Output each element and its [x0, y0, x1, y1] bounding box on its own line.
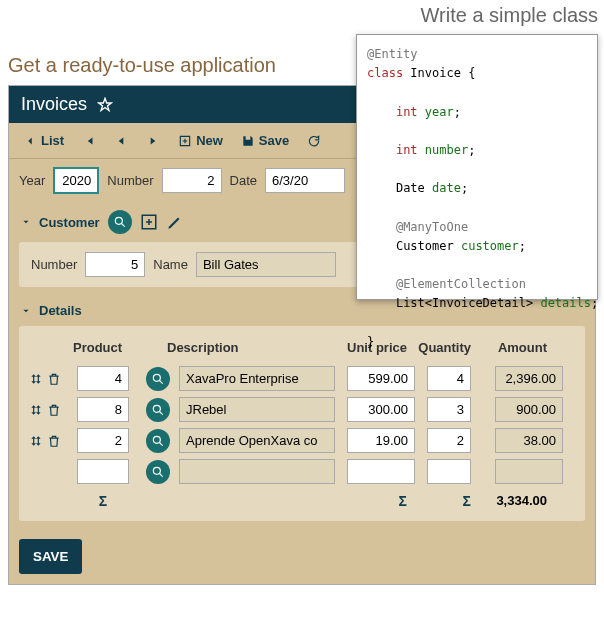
- code-field: details: [540, 296, 591, 310]
- chevron-down-icon: [21, 306, 31, 316]
- product-input[interactable]: [77, 397, 129, 422]
- table-row: [25, 425, 579, 456]
- chevron-left-icon: [23, 134, 37, 148]
- new-label: New: [196, 133, 223, 148]
- qty-input[interactable]: [427, 428, 471, 453]
- code-annotation: @ElementCollection: [396, 277, 526, 291]
- add-box-icon[interactable]: [140, 213, 158, 231]
- new-button[interactable]: New: [172, 129, 229, 152]
- unit-input[interactable]: [347, 428, 415, 453]
- year-label: Year: [19, 173, 45, 188]
- year-input[interactable]: [53, 167, 99, 194]
- trash-icon[interactable]: [47, 372, 61, 386]
- cust-name-input: [196, 252, 336, 277]
- customer-title: Customer: [39, 215, 100, 230]
- cust-number-input[interactable]: [85, 252, 145, 277]
- refresh-icon: [307, 134, 321, 148]
- search-icon: [151, 434, 165, 448]
- amount-output: [495, 428, 563, 453]
- first-button[interactable]: [76, 130, 102, 152]
- row-search-button[interactable]: [146, 398, 170, 422]
- list-button[interactable]: List: [17, 129, 70, 152]
- product-input[interactable]: [77, 428, 129, 453]
- unit-input[interactable]: [347, 366, 415, 391]
- description-output: [179, 397, 335, 422]
- code-annotation: @ManyToOne: [396, 220, 468, 234]
- sigma-icon: Σ: [73, 493, 133, 509]
- number-label: Number: [107, 173, 153, 188]
- empty-qty-input[interactable]: [427, 459, 471, 484]
- svg-point-0: [115, 217, 122, 224]
- details-box: Product Description Unit price Quantity …: [19, 326, 585, 521]
- goto-first-icon: [82, 134, 96, 148]
- customer-search-button[interactable]: [108, 210, 132, 234]
- svg-point-4: [153, 436, 160, 443]
- pencil-icon[interactable]: [166, 213, 184, 231]
- hdr-amount: Amount: [471, 340, 547, 355]
- amount-output: [495, 366, 563, 391]
- hdr-product: Product: [73, 340, 133, 355]
- code-classname: Invoice: [410, 66, 461, 80]
- heading-write-class: Write a simple class: [421, 4, 598, 27]
- star-icon[interactable]: [97, 97, 113, 113]
- search-icon: [113, 215, 127, 229]
- reorder-icon[interactable]: [29, 434, 43, 448]
- code-type: Customer: [396, 239, 454, 253]
- search-icon: [151, 403, 165, 417]
- table-row: [25, 394, 579, 425]
- details-title: Details: [39, 303, 82, 318]
- code-type: Date: [396, 181, 425, 195]
- code-box: @Entity class Invoice { int year; int nu…: [356, 34, 598, 300]
- sum-row: Σ Σ Σ 3,334.00: [25, 487, 579, 515]
- cust-name-label: Name: [153, 257, 188, 272]
- empty-row: [25, 456, 579, 487]
- save-button[interactable]: SAVE: [19, 539, 82, 574]
- save-label: Save: [259, 133, 289, 148]
- empty-desc-input: [179, 459, 335, 484]
- number-input[interactable]: [162, 168, 222, 193]
- refresh-button[interactable]: [301, 130, 327, 152]
- code-type: int: [396, 143, 418, 157]
- svg-point-5: [153, 467, 160, 474]
- code-annotation: @Entity: [367, 47, 418, 61]
- heading-get-app: Get a ready-to-use application: [8, 54, 276, 77]
- code-field: year: [425, 105, 454, 119]
- unit-input[interactable]: [347, 397, 415, 422]
- code-field: date: [432, 181, 461, 195]
- plus-box-icon: [178, 134, 192, 148]
- sigma-icon: Σ: [331, 493, 407, 509]
- code-keyword: class: [367, 66, 403, 80]
- cust-number-label: Number: [31, 257, 77, 272]
- row-search-button[interactable]: [146, 429, 170, 453]
- trash-icon[interactable]: [47, 403, 61, 417]
- amount-output: [495, 397, 563, 422]
- code-type: int: [396, 105, 418, 119]
- svg-point-2: [153, 374, 160, 381]
- floppy-icon: [241, 134, 255, 148]
- date-input[interactable]: [265, 168, 345, 193]
- details-header: Product Description Unit price Quantity …: [25, 332, 579, 363]
- empty-unit-input[interactable]: [347, 459, 415, 484]
- list-label: List: [41, 133, 64, 148]
- empty-search-button[interactable]: [146, 460, 170, 484]
- row-search-button[interactable]: [146, 367, 170, 391]
- table-row: [25, 363, 579, 394]
- reorder-icon[interactable]: [29, 403, 43, 417]
- description-output: [179, 428, 335, 453]
- svg-point-3: [153, 405, 160, 412]
- qty-input[interactable]: [427, 366, 471, 391]
- next-button[interactable]: [140, 130, 166, 152]
- prev-button[interactable]: [108, 130, 134, 152]
- hdr-description: Description: [167, 340, 331, 355]
- goto-next-icon: [146, 134, 160, 148]
- chevron-down-icon: [21, 217, 31, 227]
- qty-input[interactable]: [427, 397, 471, 422]
- date-label: Date: [230, 173, 257, 188]
- empty-product-input[interactable]: [77, 459, 129, 484]
- hdr-qty: Quantity: [407, 340, 471, 355]
- trash-icon[interactable]: [47, 434, 61, 448]
- reorder-icon[interactable]: [29, 372, 43, 386]
- sigma-icon: Σ: [407, 493, 471, 509]
- save-toolbar-button[interactable]: Save: [235, 129, 295, 152]
- product-input[interactable]: [77, 366, 129, 391]
